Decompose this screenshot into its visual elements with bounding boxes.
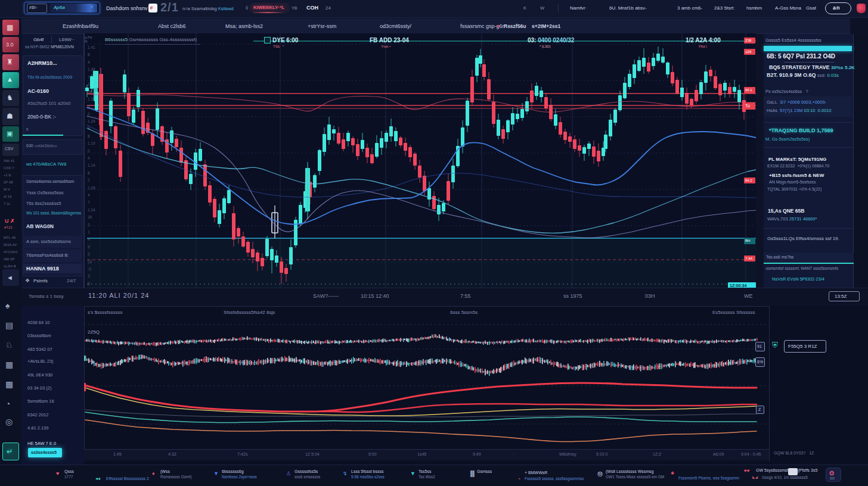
svg-text:1.19: 1.19	[88, 141, 95, 145]
svg-text:8: 8	[88, 171, 90, 175]
svg-text:0: 0	[88, 112, 90, 116]
svg-text:8: 8	[88, 134, 90, 138]
svg-text:-0: -0	[88, 267, 91, 271]
svg-text:7: 7	[88, 75, 90, 79]
svg-text:9: 9	[88, 245, 90, 249]
svg-text:12: 12	[88, 260, 92, 264]
svg-text:3: 3	[88, 223, 90, 227]
svg-text:8: 8	[88, 282, 90, 286]
svg-text:1.41: 1.41	[88, 45, 95, 49]
svg-text:4: 4	[88, 60, 90, 64]
svg-text:4: 4	[88, 156, 90, 160]
svg-text:1.24: 1.24	[88, 119, 95, 123]
svg-text:8: 8	[88, 52, 90, 57]
svg-text:2: 2	[88, 82, 90, 86]
svg-text:1: 1	[88, 230, 90, 234]
svg-text:3: 3	[88, 274, 90, 278]
svg-text:1.38: 1.38	[88, 67, 95, 71]
svg-text:1.14: 1.14	[88, 163, 95, 167]
svg-text:4: 4	[88, 237, 90, 241]
svg-text:7: 7	[88, 200, 90, 204]
svg-text:1.09: 1.09	[88, 186, 95, 190]
svg-text:4: 4	[88, 193, 90, 197]
svg-text:2: 2	[88, 252, 90, 256]
svg-text:1.04: 1.04	[88, 208, 95, 212]
svg-text:2: 2	[88, 178, 90, 182]
svg-text:0: 0	[88, 149, 90, 153]
svg-text:39: 39	[88, 215, 92, 219]
